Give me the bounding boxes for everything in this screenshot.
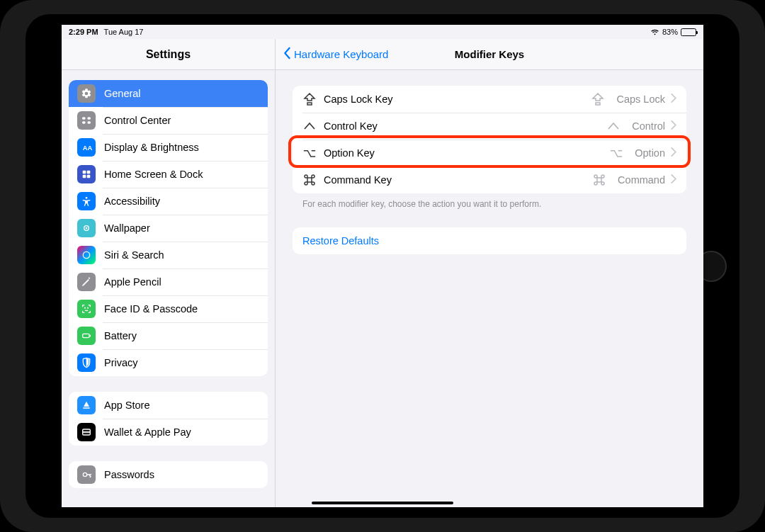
command-icon [302, 174, 317, 186]
sidebar-group-3: Passwords [69, 461, 268, 488]
sidebar-item-display[interactable]: AA Display & Brightness [69, 134, 268, 161]
row-value: Control [606, 120, 665, 132]
sidebar-item-label: Wallpaper [104, 222, 259, 234]
svg-point-19 [83, 472, 86, 476]
restore-label: Restore Defaults [302, 235, 379, 247]
svg-rect-8 [87, 175, 91, 179]
sidebar-item-battery[interactable]: Battery [69, 322, 268, 349]
back-button[interactable]: Hardware Keyboard [283, 47, 388, 62]
svg-rect-2 [82, 121, 86, 123]
row-label: Caps Lock Key [324, 94, 591, 105]
row-value: Option [609, 147, 665, 159]
chevron-right-icon [671, 174, 676, 186]
svg-rect-21 [596, 103, 600, 105]
display-icon: AA [77, 138, 96, 157]
detail-body[interactable]: Caps Lock Key Caps Lock [276, 70, 703, 507]
row-caps-lock[interactable]: Caps Lock Key Caps Lock [293, 86, 686, 113]
modifier-keys-list: Caps Lock Key Caps Lock [293, 86, 686, 193]
svg-rect-6 [87, 171, 91, 174]
svg-rect-18 [83, 431, 91, 434]
gear-icon [77, 84, 96, 103]
wallpaper-icon [77, 219, 96, 237]
restore-defaults-button[interactable]: Restore Defaults [293, 227, 686, 254]
capslock-icon [591, 94, 605, 105]
svg-rect-5 [83, 171, 86, 174]
chevron-right-icon [671, 120, 676, 132]
chevron-left-icon [283, 47, 291, 62]
row-value: Command [592, 174, 665, 186]
sidebar-item-label: Privacy [104, 357, 259, 368]
svg-text:AA: AA [83, 145, 92, 152]
pencil-icon [77, 273, 96, 291]
control-icon [606, 120, 620, 132]
sidebar-group-2: App Store Wallet & Apple Pay [69, 392, 268, 446]
sidebar-item-label: Passwords [104, 469, 259, 480]
svg-rect-3 [87, 121, 91, 123]
sidebar-item-pencil[interactable]: Apple Pencil [69, 268, 268, 295]
svg-rect-15 [83, 334, 89, 337]
sidebar-item-passwords[interactable]: Passwords [69, 461, 268, 488]
command-icon [592, 174, 606, 186]
sidebar-item-label: Home Screen & Dock [104, 169, 259, 180]
detail-pane: Hardware Keyboard Modifier Keys [276, 39, 703, 507]
status-time: 2:29 PM [69, 28, 98, 36]
siri-icon [77, 246, 96, 264]
svg-point-9 [86, 197, 88, 199]
sidebar-item-siri[interactable]: Siri & Search [69, 242, 268, 268]
control-icon [302, 120, 317, 132]
sidebar-group-1: General Control Center AA [69, 80, 268, 376]
sidebar-item-label: Battery [104, 330, 259, 341]
detail-nav: Hardware Keyboard Modifier Keys [276, 39, 703, 70]
settings-sidebar: Settings General [62, 39, 276, 507]
faceid-icon [77, 300, 96, 318]
sidebar-item-faceid[interactable]: Face ID & Passcode [69, 295, 268, 322]
svg-point-12 [83, 251, 89, 258]
restore-defaults-list: Restore Defaults [293, 227, 686, 254]
svg-rect-7 [83, 175, 86, 179]
battery-icon-settings [77, 327, 96, 345]
status-date: Tue Aug 17 [104, 28, 144, 36]
row-command[interactable]: Command Key Command [293, 166, 686, 193]
row-control[interactable]: Control Key Control [293, 113, 686, 140]
battery-percent: 83% [662, 28, 678, 36]
sidebar-item-label: Face ID & Passcode [104, 303, 259, 315]
sidebar-item-wallpaper[interactable]: Wallpaper [69, 215, 268, 242]
option-icon [609, 147, 623, 159]
sidebar-item-label: Accessibility [104, 196, 259, 207]
status-bar: 2:29 PM Tue Aug 17 83% [62, 25, 703, 39]
sidebar-item-label: Control Center [104, 115, 259, 126]
battery-icon [681, 28, 696, 36]
list-footer: For each modifier key, choose the action… [293, 193, 686, 209]
option-icon [302, 147, 317, 159]
svg-rect-0 [82, 117, 86, 119]
row-option[interactable]: Option Key Option [293, 140, 686, 166]
chevron-right-icon [671, 147, 676, 159]
ipad-frame: 2:29 PM Tue Aug 17 83% Settings [0, 0, 765, 532]
bezel: 2:29 PM Tue Aug 17 83% Settings [26, 14, 740, 518]
home-indicator[interactable] [312, 502, 453, 504]
sidebar-item-privacy[interactable]: Privacy [69, 349, 268, 376]
sidebar-item-control-center[interactable]: Control Center [69, 107, 268, 134]
wallet-icon [77, 423, 96, 441]
control-center-icon [77, 111, 96, 130]
chevron-right-icon [671, 94, 676, 105]
wifi-icon [650, 28, 659, 35]
sidebar-scroll[interactable]: General Control Center AA [62, 70, 275, 507]
row-label: Command Key [324, 174, 592, 186]
capslock-icon [302, 94, 317, 105]
back-label: Hardware Keyboard [294, 48, 388, 60]
accessibility-icon [77, 192, 96, 210]
screen: 2:29 PM Tue Aug 17 83% Settings [62, 25, 703, 507]
sidebar-item-home-screen[interactable]: Home Screen & Dock [69, 161, 268, 188]
sidebar-item-accessibility[interactable]: Accessibility [69, 188, 268, 215]
sidebar-item-label: Wallet & Apple Pay [104, 426, 259, 438]
sidebar-item-wallet[interactable]: Wallet & Apple Pay [69, 419, 268, 446]
sidebar-title: Settings [62, 39, 275, 70]
svg-point-14 [88, 307, 89, 308]
sidebar-item-appstore[interactable]: App Store [69, 392, 268, 419]
sidebar-item-label: Display & Brightness [104, 142, 259, 153]
svg-rect-1 [87, 117, 91, 119]
privacy-icon [77, 353, 96, 372]
sidebar-item-general[interactable]: General [69, 80, 268, 107]
row-value: Caps Lock [591, 94, 665, 105]
